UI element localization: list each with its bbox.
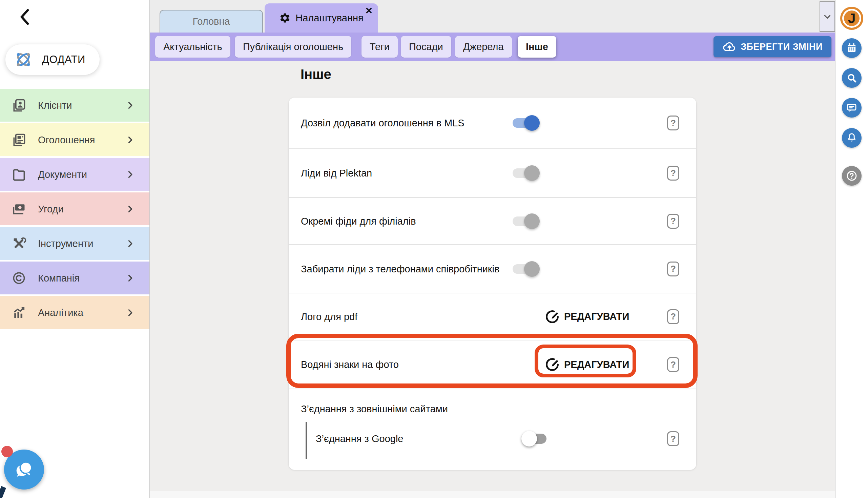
subtab-label: Публікація оголошень — [243, 41, 343, 53]
setting-label: Окремі фіди для філіалів — [301, 215, 416, 227]
sidebar-item-label: Клієнти — [38, 100, 72, 111]
brand-logo-icon — [13, 49, 34, 70]
search-button[interactable] — [842, 68, 862, 88]
help-icon[interactable]: ? — [667, 262, 679, 276]
chevron-right-icon — [126, 135, 135, 145]
back-button[interactable] — [17, 8, 33, 26]
chevron-right-icon — [126, 273, 135, 283]
sidebar-item-documents[interactable]: Документи — [0, 158, 149, 191]
connections-section: З’єднання з зовнішніми сайтами З’єднання… — [289, 389, 696, 470]
page-title: Інше — [301, 67, 331, 82]
help-symbol: ? — [670, 311, 676, 322]
help-icon[interactable]: ? — [667, 309, 679, 324]
toggle-thumb — [524, 213, 540, 229]
chat-notification-badge — [1, 446, 13, 457]
help-icon[interactable]: ? — [667, 214, 679, 229]
connections-section-label: З’єднання з зовнішніми сайтами — [301, 404, 448, 415]
toggle-thumb — [522, 431, 537, 446]
sidebar-item-listings[interactable]: Оголошення — [0, 123, 149, 156]
search-icon — [846, 72, 858, 84]
tab-settings-label: Налаштування — [295, 13, 363, 24]
subtab-positions[interactable]: Посади — [401, 36, 451, 57]
toggle-thumb — [524, 165, 540, 181]
help-icon[interactable]: ? — [667, 357, 679, 372]
subtab-publication[interactable]: Публікація оголошень — [235, 36, 351, 57]
help-icon[interactable]: ? — [667, 116, 679, 130]
analytics-icon — [12, 305, 26, 320]
sidebar-item-deals[interactable]: Угоди — [0, 193, 149, 225]
documents-icon — [12, 167, 26, 182]
chevron-right-icon — [126, 101, 135, 110]
clients-icon — [12, 98, 26, 113]
tab-strip: Головна Налаштування ✕ — [150, 0, 835, 32]
user-avatar[interactable]: J — [840, 7, 863, 30]
tab-home[interactable]: Головна — [160, 10, 263, 32]
calendar-button[interactable] — [842, 38, 862, 58]
sidebar-item-analytics[interactable]: Аналітика — [0, 296, 149, 329]
settings-card: Дозвіл додавати оголошення в MLS ? Ліди … — [289, 97, 696, 470]
subtab-other[interactable]: Інше — [518, 36, 556, 57]
listings-icon — [12, 132, 26, 147]
question-icon — [846, 170, 858, 182]
help-symbol: ? — [670, 434, 676, 444]
mls-toggle[interactable] — [513, 118, 536, 128]
notifications-button[interactable] — [842, 128, 862, 148]
messages-button[interactable] — [842, 98, 862, 118]
sidebar-item-company[interactable]: Компанія — [0, 262, 149, 294]
help-icon[interactable]: ? — [667, 431, 679, 446]
edit-icon — [545, 357, 560, 372]
deals-icon — [12, 201, 26, 217]
setting-row-employee-phone-leads: Забирати ліди з телефонами співробітникі… — [289, 245, 696, 293]
close-icon[interactable]: ✕ — [365, 5, 373, 16]
toggle-thumb — [524, 115, 540, 131]
subtab-label: Джерела — [463, 41, 504, 53]
google-connection-toggle[interactable] — [524, 434, 547, 444]
branch-feeds-toggle[interactable] — [513, 217, 536, 226]
tab-list-dropdown[interactable] — [819, 1, 835, 32]
tab-home-label: Головна — [193, 16, 230, 27]
subtab-label: Теги — [370, 41, 390, 53]
watermarks-edit-button[interactable]: РЕДАГУВАТИ — [545, 357, 629, 372]
sidebar-item-label: Компанія — [38, 272, 80, 284]
chat-bubbles-icon — [12, 457, 37, 482]
chevron-right-icon — [126, 239, 135, 248]
sidebar-item-label: Аналітика — [38, 307, 83, 318]
settings-subtab-bar: Актуальність Публікація оголошень Теги П… — [150, 32, 835, 61]
sidebar-item-label: Оголошення — [38, 134, 95, 145]
tab-settings[interactable]: Налаштування ✕ — [265, 3, 378, 32]
pdf-logo-edit-button[interactable]: РЕДАГУВАТИ — [545, 309, 629, 324]
edit-label: РЕДАГУВАТИ — [564, 359, 629, 370]
sidebar-item-tools[interactable]: Інструменти — [0, 227, 149, 260]
edit-label: РЕДАГУВАТИ — [564, 311, 629, 322]
sidebar-item-clients[interactable]: Клієнти — [0, 89, 149, 122]
chevron-right-icon — [126, 170, 135, 179]
setting-row-pdf-logo: Лого для pdf РЕДАГУВАТИ ? — [289, 293, 696, 340]
help-symbol: ? — [670, 264, 676, 274]
subtab-sources[interactable]: Джерела — [455, 36, 512, 57]
subtab-tags[interactable]: Теги — [361, 36, 398, 57]
save-changes-label: ЗБЕРЕГТИ ЗМІНИ — [741, 42, 823, 52]
plektan-leads-toggle[interactable] — [513, 168, 536, 178]
help-icon[interactable]: ? — [667, 166, 679, 181]
support-button[interactable] — [842, 166, 862, 186]
subtab-label: Актуальність — [163, 41, 222, 53]
subtab-label: Інше — [526, 41, 548, 53]
add-button-label: ДОДАТИ — [42, 53, 86, 66]
edit-icon — [545, 309, 560, 324]
save-changes-button[interactable]: ЗБЕРЕГТИ ЗМІНИ — [713, 36, 831, 57]
setting-label: Лого для pdf — [301, 311, 357, 322]
setting-label: Водяні знаки на фото — [301, 359, 399, 370]
horizontal-scroll-track[interactable] — [150, 491, 835, 498]
calendar-icon — [846, 42, 858, 54]
subtab-relevance[interactable]: Актуальність — [155, 36, 231, 57]
help-symbol: ? — [670, 168, 676, 179]
employee-phone-leads-toggle[interactable] — [513, 264, 536, 274]
toggle-thumb — [524, 261, 540, 277]
help-symbol: ? — [670, 216, 676, 226]
setting-label: Ліди від Plektan — [301, 168, 372, 179]
chevron-down-icon — [822, 12, 832, 22]
sub-item-indent-line — [306, 422, 307, 459]
right-rail: J — [835, 0, 868, 498]
add-button[interactable]: ДОДАТИ — [5, 44, 100, 75]
chevron-right-icon — [126, 308, 135, 317]
